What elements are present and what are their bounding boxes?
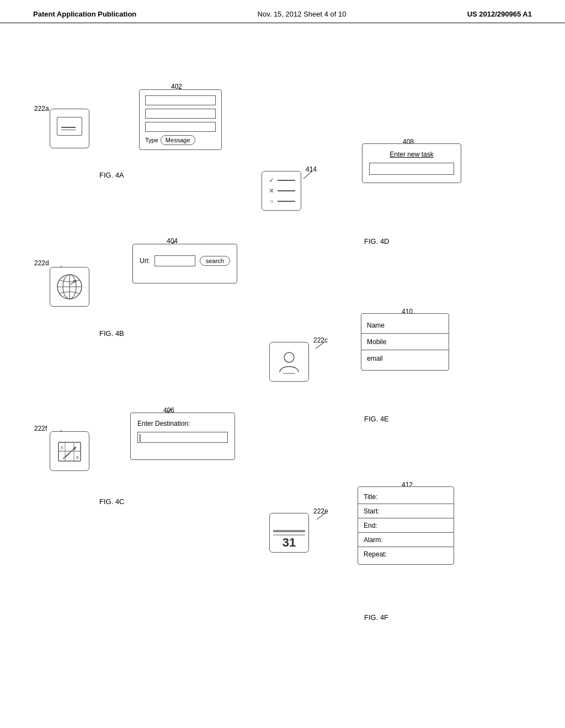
svg-point-27: [284, 352, 294, 362]
ref-222a: 222a: [34, 105, 49, 113]
circle-icon: ○: [268, 197, 275, 205]
fig4d-task-box: Enter new task: [362, 143, 461, 183]
main-content: 222a 402 Type Message FIG. 4A: [0, 23, 565, 721]
fig4e-contact-box: Name Mobile email: [361, 313, 449, 371]
fig4b-icon-box: [50, 267, 89, 307]
fig4f-event-box: Title: Start: End: Alarm: Repeat:: [358, 486, 454, 565]
message-app-icon: [50, 109, 89, 148]
globe-svg: [55, 272, 84, 301]
ref-222c: 222c: [313, 336, 328, 344]
svg-text:B: B: [76, 456, 79, 459]
ref-222f: 222f: [34, 425, 47, 432]
message-compose-panel: Type Message: [139, 89, 222, 150]
message-input-2: [145, 109, 216, 119]
calendar-header: [273, 530, 305, 532]
check-row-1: ✓: [268, 176, 295, 184]
fig4a-label: FIG. 4A: [99, 171, 124, 179]
svg-line-26: [65, 452, 71, 458]
type-label: Type: [145, 137, 158, 143]
contact-name-field: Name: [361, 317, 449, 334]
fig4f-icon-box: 31: [269, 513, 309, 553]
ref-222d: 222d: [34, 259, 49, 267]
contact-email-field: email: [361, 350, 449, 367]
fig4b-label: FIG. 4B: [99, 329, 124, 338]
calendar-app-icon: 31: [269, 513, 309, 553]
header-center: Nov. 15, 2012 Sheet 4 of 10: [258, 10, 347, 18]
fig4c-label: FIG. 4C: [99, 497, 125, 506]
check-row-2: ✕: [268, 187, 295, 195]
header-right: US 2012/290965 A1: [467, 10, 532, 18]
maps-panel: Enter Destination: |: [130, 413, 235, 460]
tasks-panel: Enter new task: [362, 143, 461, 183]
map-svg: A B: [55, 437, 84, 465]
message-input-3: [145, 122, 216, 132]
fig4a-bubble-box: Type Message: [139, 89, 222, 150]
checkmark-icon: ✓: [268, 176, 275, 184]
fig4c-dest-box: Enter Destination: |: [130, 413, 235, 460]
browser-app-icon: [50, 267, 89, 307]
url-input-field: [154, 255, 195, 266]
check-line-2: [278, 190, 295, 191]
url-row: Url: search: [140, 255, 230, 266]
check-line-3: [278, 201, 295, 202]
task-title: Enter new task: [369, 151, 454, 158]
search-button: search: [200, 256, 230, 266]
calendar-day-number: 31: [282, 537, 296, 549]
message-tab: Message: [161, 135, 195, 145]
url-label: Url:: [140, 257, 150, 265]
tasks-app-icon: ✓ ✕ ○: [262, 171, 301, 211]
type-message-row: Type Message: [145, 135, 216, 145]
message-input-1: [145, 95, 216, 105]
browser-panel: Url: search: [132, 244, 237, 283]
ref-222e: 222e: [313, 507, 328, 515]
envelope-body: [57, 117, 82, 136]
envelope-lines: [61, 127, 76, 132]
dest-input-field: |: [137, 432, 228, 443]
fig4e-label: FIG. 4E: [364, 415, 389, 423]
fig4d-icon-box: ✓ ✕ ○: [262, 171, 301, 211]
event-title-field: Title:: [358, 490, 454, 504]
fig4a-icon-box: [50, 109, 89, 148]
message-icon: [56, 115, 83, 142]
maps-app-icon: A B: [50, 431, 89, 471]
fig4c-icon-box: A B: [50, 431, 89, 471]
event-alarm-field: Alarm:: [358, 533, 454, 547]
fig4f-label: FIG. 4F: [364, 613, 388, 622]
contacts-app-icon: [269, 342, 309, 382]
scissors-icon: ✕: [268, 187, 275, 195]
task-input-field: [369, 163, 454, 175]
fig4e-icon-box: [269, 342, 309, 382]
event-start-field: Start:: [358, 504, 454, 518]
page-header: Patent Application Publication Nov. 15, …: [0, 0, 565, 23]
check-row-3: ○: [268, 197, 295, 205]
svg-text:A: A: [61, 446, 63, 449]
header-left: Patent Application Publication: [33, 10, 136, 18]
event-repeat-field: Repeat:: [358, 547, 454, 561]
dest-label: Enter Destination:: [137, 420, 228, 427]
event-end-field: End:: [358, 518, 454, 533]
fig4b-url-box: Url: search: [132, 244, 237, 283]
fig4d-label: FIG. 4D: [364, 237, 390, 245]
calendar-panel: Title: Start: End: Alarm: Repeat:: [358, 486, 454, 565]
person-svg: [275, 348, 303, 376]
ref-414: 414: [306, 165, 317, 173]
contacts-panel: Name Mobile email: [361, 313, 449, 371]
contact-mobile-field: Mobile: [361, 334, 449, 350]
check-line-1: [278, 180, 295, 181]
